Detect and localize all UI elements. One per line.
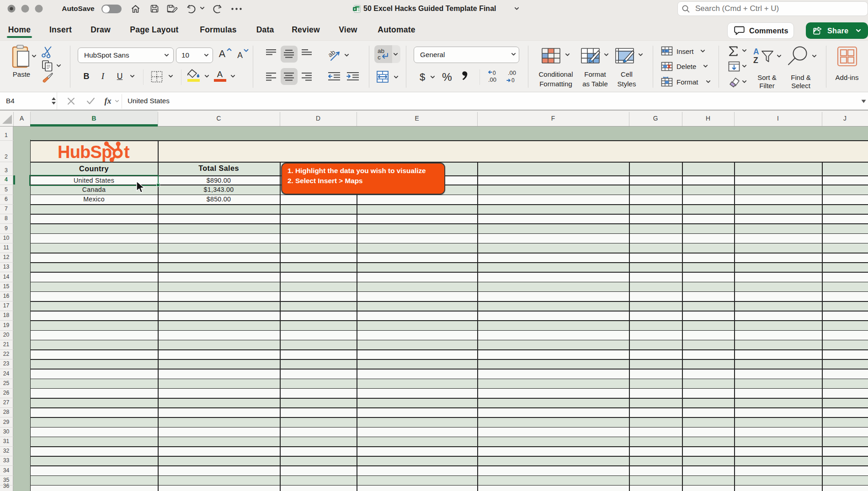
- svg-text:c: c: [378, 54, 381, 61]
- svg-text:HubSp: HubSp: [58, 143, 112, 162]
- svg-text:.00: .00: [488, 76, 496, 83]
- svg-text:0: 0: [493, 70, 496, 76]
- svg-text:ab: ab: [378, 48, 384, 54]
- svg-text:0: 0: [511, 77, 515, 83]
- svg-text:t: t: [124, 143, 130, 162]
- svg-text:.00: .00: [508, 69, 516, 76]
- svg-text:ab: ab: [327, 48, 337, 58]
- svg-text:Z: Z: [753, 56, 758, 65]
- svg-text:A: A: [753, 47, 759, 56]
